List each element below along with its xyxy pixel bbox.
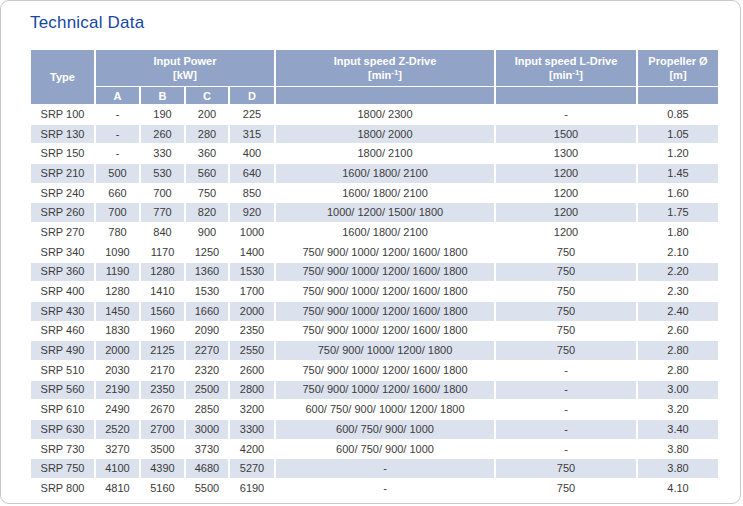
- cell-c: 280: [185, 124, 229, 144]
- page-title: Technical Data: [30, 13, 144, 33]
- table-row: SRP 7504100439046805270-7503.80: [30, 459, 719, 479]
- table-row: SRP 4601830196020902350750/ 900/ 1000/ 1…: [30, 321, 719, 341]
- table-body: SRP 100-1902002251800/ 2300-0.85SRP 130-…: [30, 105, 719, 499]
- cell-a: 1090: [95, 242, 140, 262]
- cell-z: -: [275, 479, 495, 499]
- cell-type: SRP 240: [30, 183, 95, 203]
- cell-z: 1800/ 2100: [275, 144, 495, 164]
- subheader-empty-l: [495, 87, 637, 105]
- cell-z: 750/ 900/ 1000/ 1200/ 1600/ 1800: [275, 301, 495, 321]
- cell-l: -: [495, 420, 637, 440]
- cell-l: 1500: [495, 124, 637, 144]
- cell-d: 1530: [229, 262, 275, 282]
- cell-prop: 1.75: [637, 203, 719, 223]
- cell-prop: 2.80: [637, 341, 719, 361]
- cell-prop: 2.40: [637, 301, 719, 321]
- cell-a: -: [95, 124, 140, 144]
- col-header-z-drive: Input speed Z-Drive [min-1]: [275, 50, 495, 87]
- cell-type: SRP 260: [30, 203, 95, 223]
- cell-a: 3270: [95, 439, 140, 459]
- cell-z: 750/ 900/ 1000/ 1200/ 1600/ 1800: [275, 262, 495, 282]
- cell-z: 1800/ 2300: [275, 105, 495, 125]
- cell-d: 400: [229, 144, 275, 164]
- table-row: SRP 100-1902002251800/ 2300-0.85: [30, 105, 719, 125]
- page-container: Technical Data Type Input Power [kW] Inp…: [0, 0, 741, 504]
- cell-a: -: [95, 144, 140, 164]
- cell-c: 2090: [185, 321, 229, 341]
- cell-b: 2700: [140, 420, 185, 440]
- cell-a: 1280: [95, 282, 140, 302]
- col-header-input-power: Input Power [kW]: [95, 50, 275, 87]
- cell-d: 640: [229, 164, 275, 184]
- cell-z: 750/ 900/ 1000/ 1200/ 1600/ 1800: [275, 321, 495, 341]
- cell-d: 1000: [229, 223, 275, 243]
- cell-c: 1250: [185, 242, 229, 262]
- cell-type: SRP 730: [30, 439, 95, 459]
- cell-a: 4100: [95, 459, 140, 479]
- cell-l: 1200: [495, 164, 637, 184]
- cell-a: 660: [95, 183, 140, 203]
- cell-a: 700: [95, 203, 140, 223]
- cell-c: 560: [185, 164, 229, 184]
- cell-type: SRP 510: [30, 360, 95, 380]
- cell-d: 2000: [229, 301, 275, 321]
- cell-l: 1200: [495, 223, 637, 243]
- cell-type: SRP 610: [30, 400, 95, 420]
- cell-a: 2190: [95, 380, 140, 400]
- table-row: SRP 8004810516055006190-7504.10: [30, 479, 719, 499]
- cell-prop: 2.60: [637, 321, 719, 341]
- cell-a: 1830: [95, 321, 140, 341]
- l-drive-label: Input speed L-Drive: [496, 54, 636, 68]
- table-row: SRP 3601190128013601530750/ 900/ 1000/ 1…: [30, 262, 719, 282]
- cell-d: 2600: [229, 360, 275, 380]
- cell-type: SRP 270: [30, 223, 95, 243]
- table-row: SRP 4301450156016602000750/ 900/ 1000/ 1…: [30, 301, 719, 321]
- l-drive-unit: [min-1]: [496, 68, 636, 82]
- cell-l: 1200: [495, 203, 637, 223]
- cell-b: 840: [140, 223, 185, 243]
- cell-b: 1170: [140, 242, 185, 262]
- cell-d: 5270: [229, 459, 275, 479]
- cell-b: 260: [140, 124, 185, 144]
- cell-c: 3730: [185, 439, 229, 459]
- cell-l: 750: [495, 479, 637, 499]
- cell-l: 750: [495, 282, 637, 302]
- cell-d: 4200: [229, 439, 275, 459]
- cell-type: SRP 630: [30, 420, 95, 440]
- cell-c: 2500: [185, 380, 229, 400]
- cell-b: 1410: [140, 282, 185, 302]
- cell-type: SRP 150: [30, 144, 95, 164]
- cell-b: 2350: [140, 380, 185, 400]
- cell-prop: 1.05: [637, 124, 719, 144]
- cell-a: 2490: [95, 400, 140, 420]
- cell-c: 1660: [185, 301, 229, 321]
- cell-c: 5500: [185, 479, 229, 499]
- cell-d: 315: [229, 124, 275, 144]
- cell-prop: 3.40: [637, 420, 719, 440]
- cell-d: 2350: [229, 321, 275, 341]
- table-row: SRP 2105005305606401600/ 1800/ 210012001…: [30, 164, 719, 184]
- propeller-unit: [m]: [638, 68, 718, 82]
- subheader-empty-prop: [637, 87, 719, 105]
- cell-l: 750: [495, 301, 637, 321]
- col-header-a: A: [95, 87, 140, 105]
- cell-b: 4390: [140, 459, 185, 479]
- propeller-label: Propeller Ø: [638, 54, 718, 68]
- cell-prop: 1.20: [637, 144, 719, 164]
- cell-b: 1960: [140, 321, 185, 341]
- cell-b: 330: [140, 144, 185, 164]
- cell-d: 6190: [229, 479, 275, 499]
- table-row: SRP 5102030217023202600750/ 900/ 1000/ 1…: [30, 360, 719, 380]
- col-header-type: Type: [30, 50, 95, 105]
- cell-prop: 2.80: [637, 360, 719, 380]
- cell-prop: 2.10: [637, 242, 719, 262]
- cell-l: 750: [495, 262, 637, 282]
- cell-a: 780: [95, 223, 140, 243]
- cell-l: 1200: [495, 183, 637, 203]
- cell-c: 2850: [185, 400, 229, 420]
- cell-l: 750: [495, 459, 637, 479]
- cell-l: 750: [495, 321, 637, 341]
- cell-type: SRP 340: [30, 242, 95, 262]
- cell-d: 850: [229, 183, 275, 203]
- col-header-d: D: [229, 87, 275, 105]
